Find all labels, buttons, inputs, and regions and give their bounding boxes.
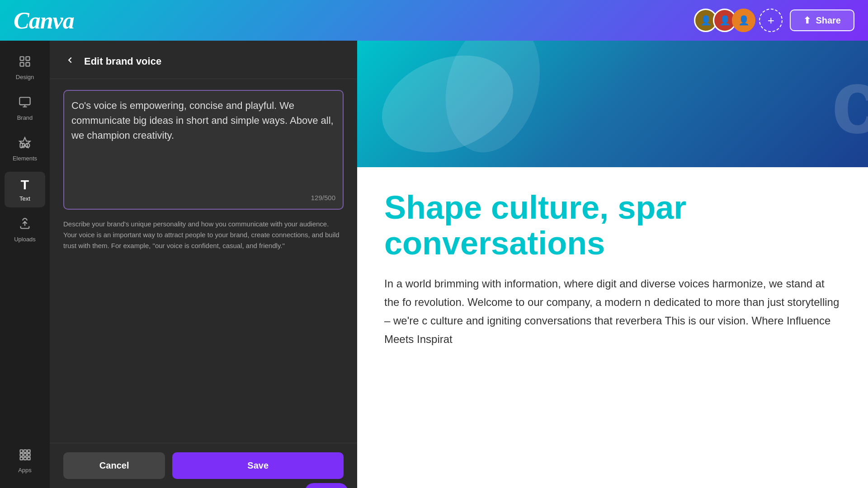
panel-footer: Cancel Save Amara: [50, 443, 357, 488]
apps-icon: [19, 448, 31, 464]
svg-rect-8: [20, 450, 23, 453]
svg-rect-16: [28, 457, 30, 460]
watermark-letter: c: [831, 50, 868, 154]
svg-rect-4: [19, 98, 30, 105]
sidebar-item-apps[interactable]: Apps: [5, 443, 45, 479]
sidebar-item-brand[interactable]: Brand: [5, 90, 45, 127]
sidebar-item-uploads[interactable]: Uploads: [5, 212, 45, 248]
sidebar: Design Brand Elements: [0, 41, 50, 488]
svg-rect-2: [20, 62, 24, 66]
save-button-wrapper: Save Amara: [172, 452, 344, 479]
svg-rect-11: [20, 454, 23, 456]
panel-body: 129/500 Describe your brand's unique per…: [50, 79, 357, 443]
add-collaborator-button[interactable]: +: [759, 9, 783, 32]
canvas-headline: Shape culture, spar conversations: [384, 190, 841, 261]
share-icon: ⬆: [803, 15, 811, 26]
brand-voice-textarea[interactable]: [71, 98, 335, 188]
elements-icon: [19, 136, 31, 152]
cancel-button[interactable]: Cancel: [63, 452, 165, 479]
save-button[interactable]: Save: [172, 452, 344, 479]
avatar-3[interactable]: 👤: [732, 9, 755, 32]
uploads-icon: [19, 217, 31, 233]
main-area: Design Brand Elements: [0, 41, 868, 488]
text-label: Text: [19, 195, 30, 202]
voice-description: Describe your brand's unique personality…: [63, 219, 344, 251]
svg-rect-3: [26, 62, 29, 66]
share-label: Share: [816, 15, 841, 26]
collaborator-avatars: 👤 👤 👤 +: [694, 9, 783, 32]
share-button[interactable]: ⬆ Share: [790, 9, 854, 31]
text-icon: T: [21, 177, 29, 192]
amara-tooltip: Amara: [305, 483, 348, 488]
apps-label: Apps: [18, 467, 32, 474]
canva-logo: Canva: [14, 7, 74, 34]
sidebar-item-text[interactable]: T Text: [5, 172, 45, 207]
sidebar-item-elements[interactable]: Elements: [5, 131, 45, 167]
svg-rect-1: [26, 57, 29, 61]
svg-rect-12: [24, 454, 27, 456]
svg-rect-9: [24, 450, 27, 453]
voice-textarea-wrapper: 129/500: [63, 90, 344, 210]
svg-marker-5: [19, 137, 30, 147]
header: Canva 👤 👤 👤 + ⬆ Share: [0, 0, 868, 41]
sidebar-item-design[interactable]: Design: [5, 50, 45, 86]
svg-rect-0: [20, 57, 24, 61]
design-label: Design: [16, 74, 34, 80]
edit-brand-voice-panel: Edit brand voice 129/500 Describe your b…: [50, 41, 357, 488]
design-icon: [19, 55, 31, 71]
char-count: 129/500: [71, 194, 335, 202]
back-button[interactable]: [63, 53, 77, 70]
canvas-document: c Shape culture, spar conversations In a…: [357, 41, 868, 488]
uploads-label: Uploads: [14, 236, 36, 243]
svg-rect-10: [28, 450, 30, 453]
brand-icon: [19, 96, 31, 112]
svg-rect-14: [20, 457, 23, 460]
panel-title: Edit brand voice: [84, 56, 161, 67]
brand-label: Brand: [17, 114, 33, 121]
canvas-content: Shape culture, spar conversations In a w…: [357, 167, 868, 371]
canvas-area: c Shape culture, spar conversations In a…: [357, 41, 868, 488]
svg-rect-15: [24, 457, 27, 460]
header-actions: 👤 👤 👤 + ⬆ Share: [694, 9, 854, 32]
panel-header: Edit brand voice: [50, 41, 357, 79]
elements-label: Elements: [13, 155, 37, 162]
canvas-body-text: In a world brimming with information, wh…: [384, 275, 841, 348]
canvas-hero-image: c: [357, 41, 868, 167]
svg-rect-13: [28, 454, 30, 456]
